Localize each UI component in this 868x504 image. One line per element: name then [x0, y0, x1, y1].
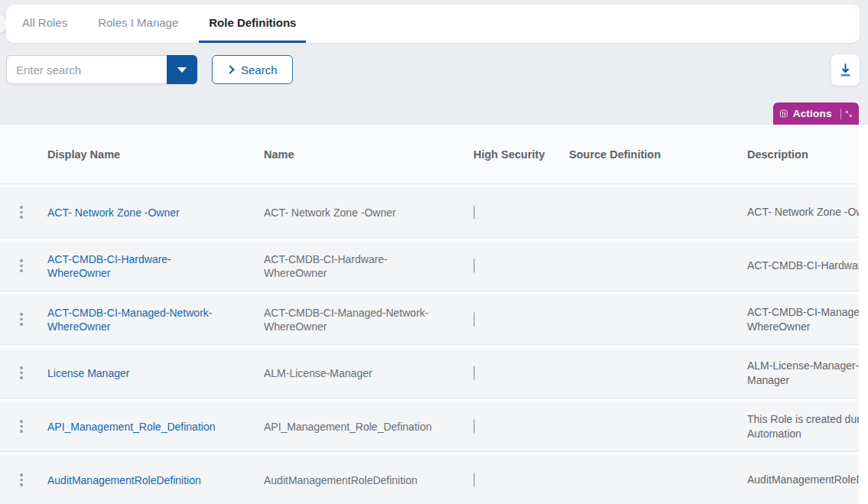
- role-name: ALM-License-Manager: [264, 367, 372, 379]
- high-security-checkbox[interactable]: [473, 366, 475, 380]
- search-group: [6, 55, 197, 84]
- column-header-high-security[interactable]: High Security: [471, 148, 569, 161]
- role-display-name-link[interactable]: AuditManagementRoleDefinition: [47, 473, 201, 487]
- role-description: Automation: [747, 427, 859, 441]
- high-security-checkbox[interactable]: [473, 312, 475, 327]
- search-type-dropdown[interactable]: [167, 55, 197, 84]
- row-menu-button[interactable]: [16, 470, 27, 489]
- table-row: ACT-CMDB-CI-Hardware-WhereOwner ACT-CMDB…: [0, 241, 859, 291]
- table-row: ACT- Network Zone -Owner ACT- Network Zo…: [0, 187, 859, 237]
- chevron-right-icon: [226, 65, 234, 73]
- role-display-name-link[interactable]: ACT- Network Zone -Owner: [47, 206, 180, 219]
- column-header-display-name[interactable]: Display Name: [47, 148, 264, 161]
- search-button-label: Search: [241, 63, 278, 76]
- role-description: This Role is created during: [747, 412, 859, 427]
- high-security-checkbox[interactable]: [473, 419, 475, 434]
- expand-icon[interactable]: [846, 109, 852, 119]
- actions-button-label: Actions: [793, 108, 832, 119]
- table-row: ACT-CMDB-CI-Managed-Network-WhereOwner A…: [0, 294, 859, 344]
- table-row: API_Management_Role_Defination API_Manag…: [0, 402, 859, 451]
- table-scroll-gutter[interactable]: [859, 125, 868, 504]
- actions-button[interactable]: Actions: [773, 102, 859, 125]
- row-menu-button[interactable]: [16, 310, 27, 329]
- table-row: License Manager ALM-License-Manager ALM-…: [0, 348, 859, 398]
- role-display-name-link[interactable]: API_Management_Role_Defination: [47, 420, 215, 434]
- sliders-icon: [780, 108, 788, 119]
- row-menu-button[interactable]: [16, 256, 27, 275]
- role-name: ACT-CMDB-CI-Managed-Network-WhereOwner: [264, 307, 428, 333]
- row-menu-button[interactable]: [16, 417, 27, 436]
- role-name: AuditManagementRoleDefinition: [264, 474, 418, 486]
- role-description: ACT- Network Zone -Owner: [747, 205, 859, 219]
- tab-all-roles[interactable]: All Roles: [12, 5, 77, 43]
- role-description: ACT-CMDB-CI-Managed-Network-: [747, 305, 859, 320]
- search-input[interactable]: [6, 55, 167, 84]
- chevron-down-icon: [177, 67, 187, 73]
- row-menu-button[interactable]: [16, 203, 27, 222]
- column-header-description[interactable]: Description: [747, 148, 859, 161]
- high-security-checkbox[interactable]: [473, 205, 475, 219]
- download-button[interactable]: [831, 54, 860, 86]
- table-row: AuditManagementRoleDefinition AuditManag…: [0, 455, 859, 504]
- role-display-name-link[interactable]: License Manager: [47, 366, 129, 380]
- divider: [840, 109, 841, 119]
- tab-role-definitions[interactable]: Role Definitions: [199, 5, 306, 43]
- role-definitions-table: Display Name Name High Security Source D…: [0, 125, 859, 504]
- role-description: WhereOwner: [747, 320, 859, 334]
- role-description: ALM-License-Manager-License: [747, 359, 859, 373]
- role-description: AuditManagementRoleDefinition: [747, 473, 859, 487]
- high-security-checkbox[interactable]: [473, 473, 475, 487]
- tab-bar: All Roles Roles I Manage Role Definition…: [6, 5, 860, 43]
- table-header: Display Name Name High Security Source D…: [0, 125, 859, 184]
- row-menu-button[interactable]: [16, 363, 27, 382]
- column-header-name[interactable]: Name: [264, 148, 471, 161]
- role-name: ACT- Network Zone -Owner: [264, 206, 396, 219]
- search-button[interactable]: Search: [212, 55, 293, 84]
- role-description: ACT-CMDB-CI-Hardware-WhereOwner: [747, 259, 859, 273]
- column-header-source-definition[interactable]: Source Definition: [569, 148, 747, 161]
- role-name: API_Management_Role_Defination: [264, 421, 431, 433]
- high-security-checkbox[interactable]: [473, 259, 475, 273]
- role-description: Manager: [747, 373, 859, 388]
- download-icon: [839, 63, 852, 77]
- role-name: ACT-CMDB-CI-Hardware-WhereOwner: [264, 253, 388, 279]
- role-display-name-link[interactable]: ACT-CMDB-CI-Hardware-WhereOwner: [47, 252, 231, 280]
- role-display-name-link[interactable]: ACT-CMDB-CI-Managed-Network-WhereOwner: [47, 306, 231, 333]
- tab-roles-i-manage[interactable]: Roles I Manage: [88, 5, 188, 43]
